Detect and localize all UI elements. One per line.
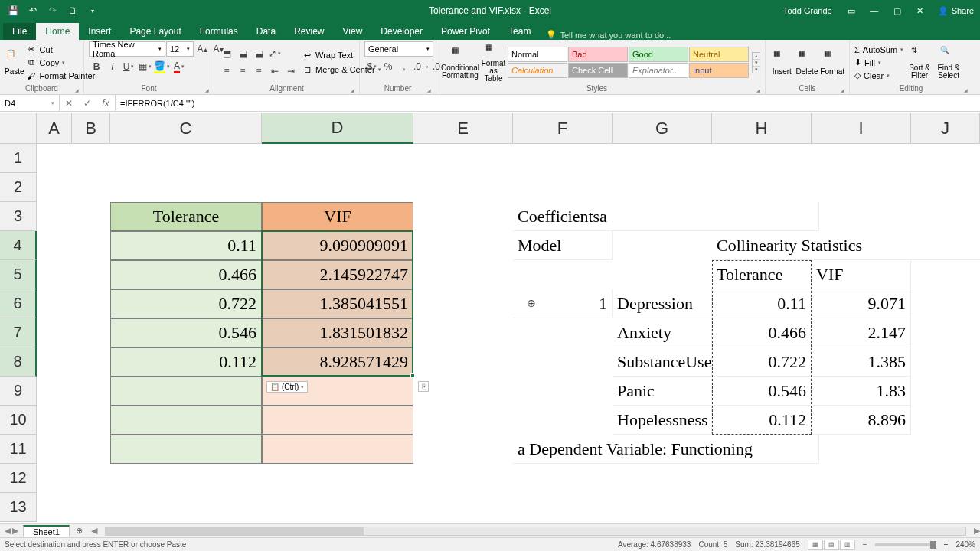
smart-tag-icon[interactable]: ⎘ bbox=[418, 381, 429, 392]
cell-I9[interactable]: 1.83 bbox=[812, 377, 911, 406]
worksheet-grid[interactable]: ABCDEFGHIJ 12345678910111213 ToleranceVI… bbox=[0, 113, 980, 524]
cell-C4[interactable]: 0.11 bbox=[110, 231, 262, 260]
cell-I10[interactable]: 8.896 bbox=[812, 406, 911, 435]
tab-developer[interactable]: Developer bbox=[371, 23, 432, 40]
borders-button[interactable]: ▦ bbox=[137, 59, 152, 74]
cell-D3[interactable]: VIF bbox=[262, 202, 413, 231]
column-header-G[interactable]: G bbox=[612, 113, 712, 144]
zoom-in-icon[interactable]: + bbox=[944, 540, 949, 549]
account-name[interactable]: Todd Grande bbox=[783, 6, 832, 15]
minimize-icon[interactable]: — bbox=[863, 0, 886, 21]
cell-H6[interactable]: 0.11 bbox=[712, 289, 812, 318]
paste-options-button[interactable]: (Ctrl) bbox=[266, 381, 308, 393]
underline-button[interactable]: U bbox=[121, 59, 136, 74]
add-sheet-icon[interactable]: ⊕ bbox=[73, 524, 87, 538]
row-header-7[interactable]: 7 bbox=[0, 318, 37, 347]
cell-D4[interactable]: 9.090909091 bbox=[262, 231, 413, 260]
column-header-H[interactable]: H bbox=[712, 113, 812, 144]
cell-F11[interactable]: a Dependent Variable: Functioning bbox=[513, 435, 819, 464]
name-box[interactable]: D4 bbox=[0, 95, 60, 111]
undo-icon[interactable]: ↶ bbox=[24, 2, 41, 19]
cell-D10[interactable] bbox=[262, 406, 413, 435]
align-left-icon[interactable]: ≡ bbox=[219, 64, 234, 79]
column-header-E[interactable]: E bbox=[413, 113, 513, 144]
row-header-10[interactable]: 10 bbox=[0, 406, 37, 435]
increase-decimal-icon[interactable]: .0→ bbox=[413, 59, 431, 74]
cell-H7[interactable]: 0.466 bbox=[712, 318, 812, 347]
cell-I5[interactable]: VIF bbox=[812, 260, 911, 289]
column-header-C[interactable]: C bbox=[110, 113, 262, 144]
cell-G7[interactable]: Anxiety bbox=[612, 318, 712, 347]
view-normal-icon[interactable]: ▦ bbox=[808, 540, 823, 550]
cell-C7[interactable]: 0.546 bbox=[110, 318, 262, 347]
row-header-8[interactable]: 8 bbox=[0, 347, 37, 377]
share-button[interactable]: 👤Share bbox=[932, 0, 980, 21]
tab-home[interactable]: Home bbox=[36, 23, 79, 40]
row-header-12[interactable]: 12 bbox=[0, 464, 37, 493]
font-size-select[interactable]: 12▾ bbox=[166, 41, 194, 57]
delete-cells-button[interactable]: ▦Delete bbox=[795, 43, 819, 83]
cell-I8[interactable]: 1.385 bbox=[812, 347, 911, 377]
insert-cells-button[interactable]: ▦Insert bbox=[770, 43, 794, 83]
cells-area[interactable]: ToleranceVIF0.119.0909090910.4662.145922… bbox=[37, 144, 980, 524]
style-input[interactable]: Input bbox=[689, 63, 749, 78]
style-explanatory[interactable]: Explanator... bbox=[629, 63, 688, 78]
cell-C10[interactable] bbox=[110, 406, 262, 435]
cell-C3[interactable]: Tolerance bbox=[110, 202, 262, 231]
formula-input[interactable]: =IFERROR(1/C4,"") bbox=[116, 95, 980, 111]
row-header-6[interactable]: 6 bbox=[0, 289, 37, 318]
cell-G9[interactable]: Panic bbox=[612, 377, 712, 406]
conditional-formatting-button[interactable]: ▦Conditional Formatting bbox=[441, 43, 479, 83]
fill-handle[interactable] bbox=[410, 373, 415, 378]
qat-customize-icon[interactable]: ▾ bbox=[84, 2, 101, 19]
zoom-thumb[interactable] bbox=[930, 541, 936, 549]
cell-I6[interactable]: 9.071 bbox=[812, 289, 911, 318]
tab-review[interactable]: Review bbox=[285, 23, 333, 40]
clear-button[interactable]: ◇Clear▾ bbox=[854, 70, 903, 82]
tab-file[interactable]: File bbox=[3, 23, 36, 40]
fill-color-button[interactable]: 🪣 bbox=[153, 59, 171, 74]
styles-up-icon[interactable]: ▴ bbox=[753, 53, 760, 60]
column-header-B[interactable]: B bbox=[72, 113, 110, 144]
maximize-icon[interactable]: ▢ bbox=[886, 0, 909, 21]
tab-team[interactable]: Team bbox=[499, 23, 540, 40]
horizontal-scrollbar[interactable] bbox=[105, 527, 966, 536]
row-header-9[interactable]: 9 bbox=[0, 377, 37, 406]
column-header-J[interactable]: J bbox=[911, 113, 980, 144]
autosum-button[interactable]: ΣAutoSum▾ bbox=[854, 44, 903, 56]
align-bottom-icon[interactable]: ⬓ bbox=[251, 46, 266, 61]
cell-C8[interactable]: 0.112 bbox=[110, 347, 262, 377]
cell-D11[interactable] bbox=[262, 435, 413, 464]
hscroll-right-icon[interactable]: ▶ bbox=[974, 526, 980, 536]
styles-down-icon[interactable]: ▾ bbox=[753, 60, 760, 67]
row-header-4[interactable]: 4 bbox=[0, 231, 37, 260]
row-header-11[interactable]: 11 bbox=[0, 435, 37, 464]
row-header-5[interactable]: 5 bbox=[0, 260, 37, 289]
align-middle-icon[interactable]: ⬓ bbox=[235, 46, 250, 61]
row-header-1[interactable]: 1 bbox=[0, 144, 37, 173]
tab-insert[interactable]: Insert bbox=[79, 23, 120, 40]
cell-F4[interactable]: Model bbox=[513, 231, 612, 260]
column-header-D[interactable]: D bbox=[262, 113, 413, 144]
tab-data[interactable]: Data bbox=[247, 23, 285, 40]
hscroll-thumb[interactable] bbox=[106, 527, 364, 535]
tab-view[interactable]: View bbox=[334, 23, 372, 40]
cell-F3[interactable]: Coefficientsa bbox=[513, 202, 819, 231]
number-format-select[interactable]: General▾ bbox=[364, 41, 433, 57]
accounting-format-icon[interactable]: $ bbox=[364, 59, 380, 74]
style-good[interactable]: Good bbox=[629, 47, 688, 62]
cell-I7[interactable]: 2.147 bbox=[812, 318, 911, 347]
style-neutral[interactable]: Neutral bbox=[689, 47, 749, 62]
decrease-indent-icon[interactable]: ⇤ bbox=[267, 64, 283, 79]
cell-C11[interactable] bbox=[110, 435, 262, 464]
cell-C6[interactable]: 0.722 bbox=[110, 289, 262, 318]
sheet-tab-1[interactable]: Sheet1 bbox=[23, 525, 70, 537]
redo-icon[interactable]: ↷ bbox=[44, 2, 61, 19]
row-header-13[interactable]: 13 bbox=[0, 493, 37, 522]
find-select-button[interactable]: 🔍Find & Select bbox=[936, 43, 962, 83]
zoom-out-icon[interactable]: − bbox=[863, 540, 867, 549]
cell-H9[interactable]: 0.546 bbox=[712, 377, 812, 406]
increase-indent-icon[interactable]: ⇥ bbox=[283, 64, 299, 79]
zoom-slider[interactable] bbox=[875, 543, 936, 546]
sheet-next-icon[interactable]: ▶ bbox=[12, 526, 18, 536]
